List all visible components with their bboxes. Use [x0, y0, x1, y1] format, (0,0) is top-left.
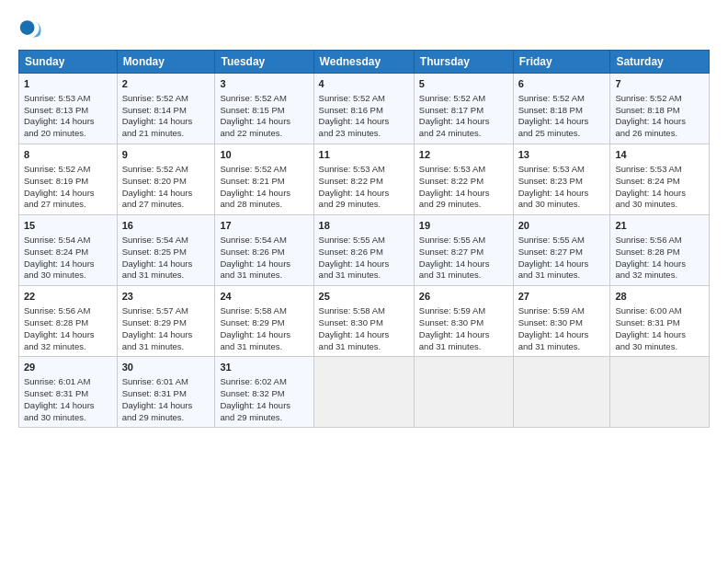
- day-number: 2: [122, 77, 210, 91]
- calendar-cell: 15Sunrise: 5:54 AMSunset: 8:24 PMDayligh…: [19, 215, 118, 286]
- day-number: 1: [24, 77, 112, 91]
- day-info-line: and 31 minutes.: [419, 270, 508, 282]
- day-info-line: Daylight: 14 hours: [122, 259, 210, 270]
- header-day-sunday: Sunday: [19, 51, 118, 74]
- day-info-line: and 32 minutes.: [24, 341, 112, 353]
- calendar-cell: 6Sunrise: 5:52 AMSunset: 8:18 PMDaylight…: [513, 74, 610, 144]
- day-info-line: and 30 minutes.: [615, 199, 704, 211]
- day-info-line: and 26 minutes.: [615, 128, 704, 140]
- day-info-line: Sunset: 8:30 PM: [319, 317, 409, 329]
- day-info-line: Sunrise: 5:58 AM: [319, 305, 409, 317]
- svg-point-0: [20, 20, 35, 35]
- day-number: 12: [419, 148, 508, 162]
- day-info-line: Daylight: 14 hours: [419, 259, 508, 270]
- header-day-saturday: Saturday: [610, 51, 710, 74]
- day-number: 29: [24, 361, 112, 374]
- day-info-line: Sunset: 8:31 PM: [615, 317, 704, 329]
- day-info-line: and 22 minutes.: [220, 128, 308, 140]
- day-info-line: and 25 minutes.: [518, 128, 606, 140]
- day-info-line: and 31 minutes.: [122, 341, 210, 353]
- day-info-line: Sunset: 8:13 PM: [24, 105, 112, 117]
- calendar-cell: 7Sunrise: 5:52 AMSunset: 8:18 PMDaylight…: [610, 74, 710, 144]
- day-info-line: and 31 minutes.: [220, 341, 308, 353]
- day-info-line: Sunrise: 5:52 AM: [220, 164, 308, 176]
- day-info-line: Sunset: 8:17 PM: [419, 105, 508, 117]
- day-info-line: and 30 minutes.: [24, 412, 112, 424]
- day-info-line: Daylight: 14 hours: [419, 188, 508, 200]
- day-info-line: Daylight: 14 hours: [319, 188, 409, 200]
- day-info-line: and 27 minutes.: [122, 199, 210, 211]
- calendar-table: SundayMondayTuesdayWednesdayThursdayFrid…: [18, 50, 710, 428]
- day-info-line: Sunrise: 5:59 AM: [419, 305, 508, 317]
- day-info-line: Sunset: 8:28 PM: [615, 247, 704, 259]
- day-info-line: Sunset: 8:22 PM: [419, 176, 508, 188]
- day-info-line: and 29 minutes.: [419, 199, 508, 211]
- day-info-line: Sunrise: 5:52 AM: [419, 93, 508, 105]
- logo-icon: [18, 15, 44, 40]
- day-info-line: Sunrise: 5:57 AM: [122, 305, 210, 317]
- day-info-line: Sunset: 8:20 PM: [122, 176, 210, 188]
- calendar-cell: 12Sunrise: 5:53 AMSunset: 8:22 PMDayligh…: [414, 144, 513, 215]
- day-number: 4: [319, 77, 409, 91]
- calendar-cell: 10Sunrise: 5:52 AMSunset: 8:21 PMDayligh…: [215, 144, 313, 215]
- day-info-line: and 31 minutes.: [419, 341, 508, 353]
- day-number: 25: [319, 290, 409, 304]
- week-row-4: 22Sunrise: 5:56 AMSunset: 8:28 PMDayligh…: [19, 286, 710, 357]
- day-info-line: and 31 minutes.: [220, 270, 308, 282]
- calendar-cell: 17Sunrise: 5:54 AMSunset: 8:26 PMDayligh…: [215, 215, 313, 286]
- day-info-line: Sunset: 8:21 PM: [220, 176, 308, 188]
- day-number: 31: [220, 361, 308, 374]
- day-number: 21: [615, 219, 704, 233]
- week-row-1: 1Sunrise: 5:53 AMSunset: 8:13 PMDaylight…: [19, 74, 710, 144]
- day-info-line: Sunrise: 5:54 AM: [220, 235, 308, 247]
- day-info-line: Sunrise: 5:56 AM: [615, 235, 704, 247]
- calendar-cell: 25Sunrise: 5:58 AMSunset: 8:30 PMDayligh…: [313, 286, 414, 357]
- day-number: 10: [220, 148, 308, 162]
- day-number: 30: [122, 361, 210, 374]
- day-info-line: and 31 minutes.: [319, 270, 409, 282]
- day-info-line: Daylight: 14 hours: [122, 116, 210, 128]
- calendar-cell: 11Sunrise: 5:53 AMSunset: 8:22 PMDayligh…: [313, 144, 414, 215]
- day-info-line: and 31 minutes.: [518, 270, 606, 282]
- calendar-cell: 24Sunrise: 5:58 AMSunset: 8:29 PMDayligh…: [215, 286, 313, 357]
- day-info-line: Daylight: 14 hours: [615, 329, 704, 341]
- header-day-tuesday: Tuesday: [215, 51, 313, 74]
- day-info-line: Daylight: 14 hours: [24, 259, 112, 270]
- day-info-line: and 27 minutes.: [24, 199, 112, 211]
- day-info-line: Sunrise: 5:55 AM: [518, 235, 606, 247]
- day-info-line: Sunset: 8:32 PM: [220, 388, 308, 400]
- day-info-line: Daylight: 14 hours: [518, 188, 606, 200]
- day-info-line: Sunrise: 5:53 AM: [518, 164, 606, 176]
- calendar-cell: 27Sunrise: 5:59 AMSunset: 8:30 PMDayligh…: [513, 286, 610, 357]
- day-info-line: Sunset: 8:15 PM: [220, 105, 308, 117]
- day-info-line: Daylight: 14 hours: [122, 188, 210, 200]
- day-info-line: Sunset: 8:25 PM: [122, 247, 210, 259]
- day-info-line: Daylight: 14 hours: [319, 116, 409, 128]
- day-info-line: Sunrise: 5:54 AM: [24, 235, 112, 247]
- day-info-line: Daylight: 14 hours: [518, 259, 606, 270]
- day-info-line: Sunset: 8:22 PM: [319, 176, 409, 188]
- day-info-line: and 30 minutes.: [24, 270, 112, 282]
- day-info-line: Sunrise: 5:59 AM: [518, 305, 606, 317]
- calendar-cell: 18Sunrise: 5:55 AMSunset: 8:26 PMDayligh…: [313, 215, 414, 286]
- calendar-cell: [513, 357, 610, 428]
- day-info-line: Sunset: 8:27 PM: [518, 247, 606, 259]
- week-row-2: 8Sunrise: 5:52 AMSunset: 8:19 PMDaylight…: [19, 144, 710, 215]
- day-number: 3: [220, 77, 308, 91]
- day-info-line: Sunrise: 5:54 AM: [122, 235, 210, 247]
- calendar-cell: 16Sunrise: 5:54 AMSunset: 8:25 PMDayligh…: [117, 215, 215, 286]
- header-day-wednesday: Wednesday: [313, 51, 414, 74]
- day-number: 23: [122, 290, 210, 304]
- calendar-cell: 23Sunrise: 5:57 AMSunset: 8:29 PMDayligh…: [117, 286, 215, 357]
- day-info-line: Daylight: 14 hours: [518, 329, 606, 341]
- day-number: 8: [24, 148, 112, 162]
- page: SundayMondayTuesdayWednesdayThursdayFrid…: [0, 0, 728, 563]
- calendar-cell: [313, 357, 414, 428]
- header-day-friday: Friday: [513, 51, 610, 74]
- day-number: 14: [615, 148, 704, 162]
- day-info-line: and 29 minutes.: [220, 412, 308, 424]
- day-number: 16: [122, 219, 210, 233]
- day-info-line: Sunrise: 5:56 AM: [24, 305, 112, 317]
- day-number: 15: [24, 219, 112, 233]
- day-info-line: Sunrise: 5:52 AM: [615, 93, 704, 105]
